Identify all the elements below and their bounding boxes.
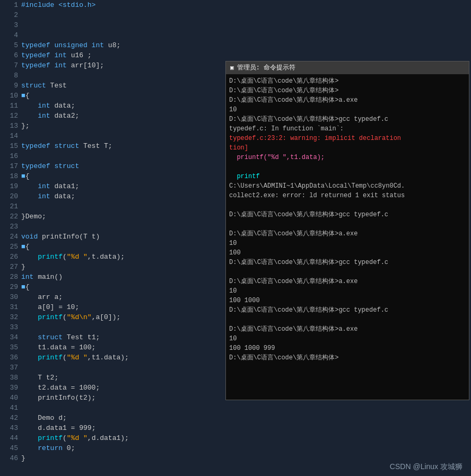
terminal-title: 管理员: 命令提示符 (237, 63, 295, 73)
collapse-indicator: ■ (21, 171, 25, 181)
terminal-line: 10 (229, 286, 466, 296)
terminal-line: D:\桌面\C语言\code\第八章结构体> (229, 76, 466, 86)
terminal-line (229, 219, 466, 229)
terminal-line: D:\桌面\C语言\code\第八章结构体>gcc typedef.c (229, 114, 466, 124)
code-text: u8; (104, 40, 120, 50)
code-text: }; (21, 121, 30, 131)
line-number: 31 (0, 302, 18, 312)
line-number: 13 (0, 121, 18, 131)
code-text: ,t.data); (88, 252, 125, 262)
collapse-indicator: ■ (21, 242, 25, 252)
line-number: 44 (0, 433, 18, 443)
string-literal: "%d\n" (67, 312, 92, 322)
line-number: 38 (0, 373, 18, 383)
line-number: 26 (0, 252, 18, 262)
code-text: Demo d; (21, 413, 67, 423)
code-text (21, 252, 38, 262)
line-number: 16 (0, 151, 18, 161)
code-line: return 0; (21, 443, 471, 453)
code-text: { (25, 242, 30, 252)
line-numbers: 1234567891011121314151617181920212223242… (0, 0, 21, 476)
line-number: 29 (0, 282, 18, 292)
terminal-line: typedef.c: In function `main`: (229, 124, 466, 134)
terminal-content: D:\桌面\C语言\code\第八章结构体>D:\桌面\C语言\code\第八章… (226, 74, 469, 400)
keyword: void (21, 232, 38, 242)
code-text: ( (63, 312, 67, 322)
keyword: typedef struct (21, 141, 79, 151)
line-number: 15 (0, 141, 18, 151)
code-text: u16 ; (67, 50, 92, 60)
code-text: Test t1; (63, 332, 100, 342)
line-number: 32 (0, 312, 18, 322)
terminal-line: D:\桌面\C语言\code\第八章结构体>a.exe (229, 229, 466, 239)
line-number: 24 (0, 232, 18, 242)
line-number: 1 (0, 0, 18, 10)
collapse-indicator: ■ (21, 91, 25, 101)
code-text: Test (46, 81, 67, 91)
keyword: typedef unsigned int (21, 40, 104, 50)
line-number: 20 (0, 191, 18, 201)
code-text: data; (50, 101, 75, 111)
code-text (21, 352, 38, 363)
keyword: int (38, 111, 50, 121)
line-number: 34 (0, 332, 18, 342)
code-line: #include <stdio.h> (21, 0, 471, 10)
keyword: return (38, 443, 63, 453)
code-line: Demo d; (21, 413, 471, 423)
code-text: d.data1 = (21, 423, 79, 433)
line-number: 17 (0, 161, 18, 171)
code-line (21, 20, 471, 30)
code-line (21, 403, 471, 413)
code-text: ,t1.data); (88, 352, 129, 363)
code-line (21, 10, 471, 20)
line-number: 30 (0, 292, 18, 302)
code-text (21, 181, 38, 191)
code-text: Test T; (79, 141, 112, 151)
code-text: arr a; (21, 292, 63, 302)
line-number: 7 (0, 60, 18, 70)
line-number: 14 (0, 131, 18, 141)
terminal-line: 10 (229, 239, 466, 248)
keyword: struct (21, 81, 46, 91)
code-text (21, 101, 38, 111)
code-line: typedef unsigned int u8; (21, 40, 471, 50)
keyword: typedef int (21, 50, 67, 60)
line-number: 9 (0, 81, 18, 91)
code-text: t2.data = 1000; (21, 383, 100, 393)
code-text: { (25, 282, 30, 292)
terminal-line (229, 267, 466, 277)
code-text: main() (33, 272, 63, 282)
terminal-line: 100 1000 999 (229, 343, 466, 353)
line-number: 23 (0, 222, 18, 232)
code-text: t1.data = 100; (21, 342, 95, 352)
line-number: 27 (0, 262, 18, 272)
keyword: int (38, 101, 50, 111)
line-number: 19 (0, 181, 18, 191)
watermark: CSDN @Linux 攻城狮 (390, 462, 463, 472)
line-number: 8 (0, 70, 18, 81)
line-number: 11 (0, 101, 18, 111)
code-text: a[0] = 10; (21, 302, 79, 312)
terminal-line: 10 (229, 105, 466, 114)
line-number: 35 (0, 342, 18, 352)
terminal-line: D:\桌面\C语言\code\第八章结构体> (229, 86, 466, 95)
line-number: 41 (0, 403, 18, 413)
code-text: printInfo(T t) (38, 232, 100, 242)
line-number: 39 (0, 383, 18, 393)
terminal-line: D:\桌面\C语言\code\第八章结构体>a.exe (229, 95, 466, 105)
line-number: 18 (0, 171, 18, 181)
code-text: 0; (63, 443, 75, 453)
code-text: ,d.data1); (88, 433, 129, 443)
terminal-line: D:\桌面\C语言\code\第八章结构体>gcc typedef.c (229, 305, 466, 315)
terminal-line: tion] (229, 143, 466, 153)
terminal-window[interactable]: ▣ 管理员: 命令提示符 D:\桌面\C语言\code\第八章结构体>D:\桌面… (225, 61, 469, 400)
function-name: printf (38, 312, 63, 322)
terminal-icon: ▣ (230, 63, 234, 73)
line-number: 10 (0, 91, 18, 101)
line-number: 42 (0, 413, 18, 423)
keyword: int (38, 191, 50, 201)
string-literal: "%d " (67, 433, 88, 443)
line-number: 3 (0, 20, 18, 30)
terminal-line: printf (229, 172, 466, 181)
string-literal: "%d " (67, 352, 88, 363)
